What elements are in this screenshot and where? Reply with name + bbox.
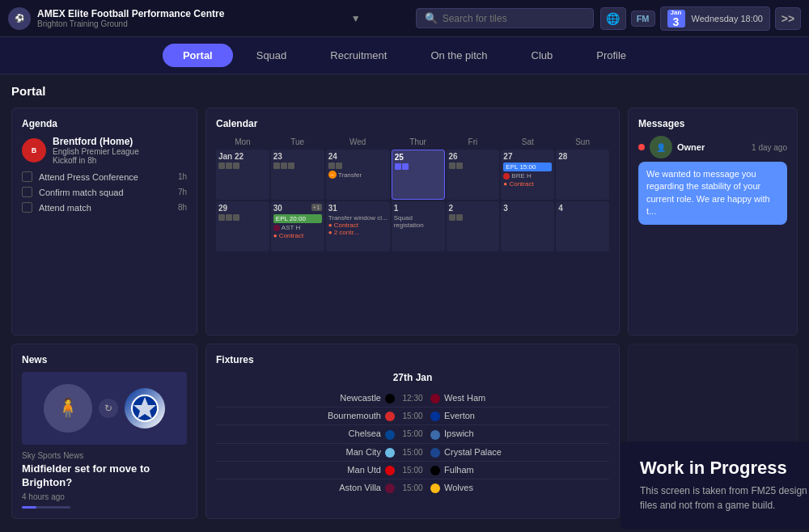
fixture-home-label: Man City (346, 447, 383, 457)
msg-unread-dot (638, 144, 645, 150)
cal-icon (336, 163, 342, 169)
fixture-home-newcastle: Newcastle (216, 393, 396, 403)
agenda-checkbox-1[interactable] (22, 171, 32, 182)
cal-contract-2: ● Contract (273, 232, 322, 239)
cal-header-mon: Mon (216, 136, 269, 148)
cal-cell-31[interactable]: 31 Transfer window cl... ● Contract ● 2 … (326, 201, 390, 251)
cal-cell-28[interactable]: 28 (556, 150, 609, 200)
cal-icon (226, 163, 232, 169)
fixture-away-ipswich: Ipswich (429, 429, 609, 439)
cal-cell-27[interactable]: 27 EPL 15:00 BRE H ● Contract (501, 150, 554, 200)
cal-header-wed: Wed (326, 136, 390, 148)
cal-cell-26[interactable]: 26 (447, 150, 500, 200)
fm-badge: FM (631, 11, 655, 27)
fixture-home-bournemouth: Bournemouth (216, 411, 396, 421)
cal-cell-23[interactable]: 23 (271, 150, 324, 200)
fulham-icon (430, 466, 440, 475)
manutd-icon (385, 466, 395, 475)
fixture-row[interactable]: Newcastle 12:30 West Ham (216, 390, 609, 407)
crystalpalace-icon (430, 448, 440, 458)
tab-on-the-pitch[interactable]: On the pitch (410, 44, 507, 67)
nav-tabs: Portal Squad Recruitment On the pitch Cl… (0, 37, 809, 74)
cal-icon (218, 214, 225, 221)
everton-icon (430, 412, 440, 421)
cal-cell-3[interactable]: 3 (501, 201, 554, 251)
news-refresh-icon[interactable]: ↻ (99, 399, 118, 418)
fixture-home-chelsea: Chelsea (216, 429, 396, 439)
news-headline[interactable]: Midfielder set for move to Brighton? (22, 462, 187, 490)
search-bar[interactable]: 🔍 (416, 8, 594, 28)
fixture-row[interactable]: Aston Villa 15:00 Wolves (216, 479, 609, 496)
tab-portal[interactable]: Portal (163, 44, 233, 67)
news-title: News (22, 354, 187, 365)
news-image: 🧍 ↻ (22, 372, 187, 445)
fixture-away-crystalpalace: Crystal Palace (429, 447, 609, 458)
cal-cell-jan22[interactable]: Jan 22 (216, 150, 269, 200)
msg-time: 1 day ago (752, 143, 787, 152)
search-input[interactable] (443, 13, 585, 24)
cal-squad-reg: Squad registation (394, 214, 443, 229)
agenda-item-time-3: 8h (178, 203, 187, 212)
news-progress-bar (22, 506, 70, 509)
plus-badge: +1 (311, 204, 322, 211)
cal-header-fri: Fri (447, 136, 500, 148)
calendar-title: Calendar (216, 118, 609, 129)
fixture-away-label: Wolves (444, 483, 473, 492)
cal-icon (273, 163, 280, 169)
fixtures-panel: Fixtures 27th Jan Newcastle 12:30 West H… (205, 344, 620, 519)
agenda-league: English Premier League (53, 147, 139, 156)
cal-icon (233, 163, 239, 169)
content-grid: Agenda B Brentford (Home) English Premie… (11, 108, 798, 336)
fixture-away-label: Everton (444, 411, 475, 420)
fixture-time: 12:30 (396, 394, 429, 403)
cal-cell-2[interactable]: 2 (447, 201, 500, 251)
agenda-item-time-1: 1h (178, 172, 187, 181)
club-dropdown-icon[interactable]: ▼ (351, 13, 361, 24)
globe-icon-btn[interactable]: 🌐 (600, 7, 626, 30)
messages-panel: Messages 👤 Owner 1 day ago We wanted to … (628, 108, 798, 336)
tab-squad[interactable]: Squad (236, 44, 307, 67)
search-icon: 🔍 (425, 12, 438, 24)
fixture-row[interactable]: Man City 15:00 Crystal Palace (216, 444, 609, 462)
tab-recruitment[interactable]: Recruitment (310, 44, 407, 67)
agenda-panel: Agenda B Brentford (Home) English Premie… (11, 108, 197, 336)
agenda-checkbox-3[interactable] (22, 202, 32, 213)
fixture-row[interactable]: Man Utd 15:00 Fulham (216, 462, 609, 479)
wip-subtitle: This screen is taken from FM25 designfil… (640, 483, 809, 513)
fixture-home-label: Man Utd (347, 465, 383, 475)
fixture-time: 15:00 (396, 466, 429, 475)
skip-forward-btn[interactable]: >> (775, 7, 801, 30)
msg-avatar: 👤 (650, 136, 672, 158)
cal-icon (456, 163, 463, 169)
news-club-logo (125, 388, 165, 429)
cal-transfer-window: Transfer window cl... (328, 214, 388, 222)
mancity-icon (385, 448, 395, 458)
agenda-items: Attend Press Conference 1h Confirm match… (22, 171, 187, 213)
message-item[interactable]: 👤 Owner 1 day ago We wanted to message y… (638, 136, 787, 225)
fixture-away-label: Ipswich (444, 429, 474, 438)
club-info: AMEX Elite Football Performance Centre B… (37, 8, 348, 28)
tab-profile[interactable]: Profile (576, 44, 646, 67)
fixture-away-everton: Everton (429, 411, 609, 421)
agenda-checkbox-2[interactable] (22, 187, 32, 197)
news-panel: News 🧍 ↻ Sky Sports News Midfielder set … (11, 344, 197, 519)
cal-cell-30[interactable]: 30 +1 EPL 20:00 AST H ● Contract (271, 201, 324, 251)
agenda-item-label-3: Attend match (39, 203, 172, 213)
fixture-row[interactable]: Chelsea 15:00 Ipswich (216, 425, 609, 443)
newcastle-icon (385, 394, 395, 403)
calendar-panel: Calendar Mon Tue Wed Thur Fri Sat Sun Ja… (205, 108, 620, 336)
cal-cell-24[interactable]: 24 ↔ Transfer (326, 150, 390, 200)
fixture-home-label: Newcastle (340, 393, 383, 403)
tab-club[interactable]: Club (511, 44, 574, 67)
cal-cell-29[interactable]: 29 (216, 201, 269, 251)
cal-cell-1[interactable]: 1 Squad registation (392, 201, 445, 251)
fixture-row[interactable]: Bournemouth 15:00 Everton (216, 407, 609, 425)
fixture-home-label: Bournemouth (328, 411, 383, 420)
wip-title: Work in Progress (640, 458, 809, 479)
cal-cell-25-today[interactable]: 25 (392, 150, 445, 200)
agenda-kickoff: Kickoff in 8h (53, 156, 139, 165)
chelsea-icon (385, 430, 395, 440)
news-person-silhouette: 🧍 (44, 384, 92, 433)
cal-cell-4[interactable]: 4 (556, 201, 609, 251)
brentford-logo: B (22, 138, 46, 163)
